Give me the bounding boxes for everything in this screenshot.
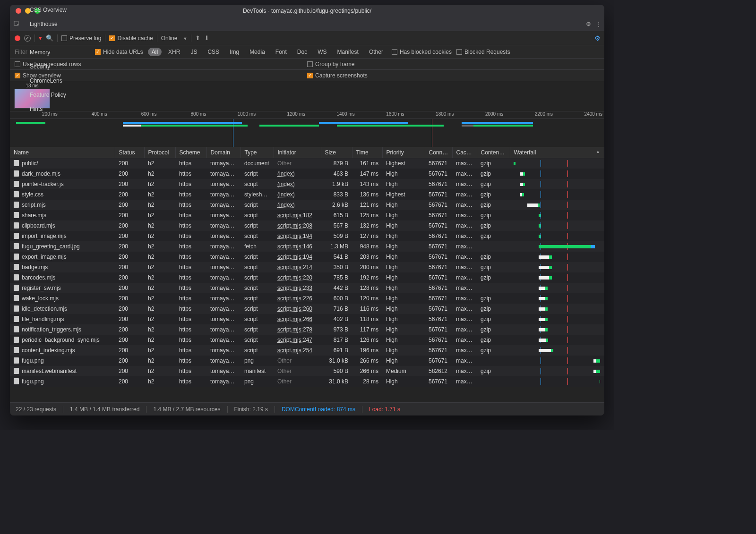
column-header[interactable]: Initiator <box>274 147 321 158</box>
group-by-frame-checkbox[interactable]: Group by frame <box>307 61 354 68</box>
waterfall-cell <box>510 293 604 304</box>
initiator-link[interactable]: (index) <box>277 181 295 187</box>
column-header[interactable]: Name <box>10 147 115 158</box>
tab-security[interactable]: Security <box>24 59 72 74</box>
table-row[interactable]: periodic_background_sync.mjs200h2httpsto… <box>10 335 604 345</box>
tab-css-overview[interactable]: CSS Overview <box>24 5 72 17</box>
initiator-link[interactable]: script.mjs:226 <box>277 295 312 302</box>
status-bar: 22 / 23 requests 1.4 MB / 1.4 MB transfe… <box>10 402 604 415</box>
column-header[interactable]: Waterfall▲ <box>510 147 604 158</box>
more-icon[interactable]: ⋮ <box>596 21 601 27</box>
table-row[interactable]: badge.mjs200h2httpstomayac…scriptscript.… <box>10 262 604 272</box>
table-row[interactable]: fugu.png200h2httpstomayac…pngOther31.0 k… <box>10 356 604 366</box>
table-row[interactable]: dark_mode.mjs200h2httpstomayac…script(in… <box>10 169 604 179</box>
table-row[interactable]: wake_lock.mjs200h2httpstomayac…scriptscr… <box>10 293 604 304</box>
filter-pill-other[interactable]: Other <box>365 48 387 56</box>
timeline-ruler[interactable]: 200 ms400 ms600 ms800 ms1000 ms1200 ms14… <box>10 111 604 119</box>
column-header[interactable]: Priority <box>382 147 425 158</box>
column-header[interactable]: Time <box>352 147 382 158</box>
initiator-link[interactable]: script.mjs:214 <box>277 264 312 271</box>
chevron-down-icon[interactable] <box>181 35 187 42</box>
preserve-log-checkbox[interactable]: Preserve log <box>61 35 101 42</box>
column-header[interactable]: Conne… <box>425 147 452 158</box>
upload-icon[interactable]: ⬆ <box>195 34 200 42</box>
column-header[interactable]: Type <box>241 147 274 158</box>
cell: h2 <box>144 366 175 376</box>
initiator-link[interactable]: script.mjs:220 <box>277 274 312 281</box>
table-row[interactable]: public/200h2httpstomayac…documentOther87… <box>10 158 604 169</box>
tab-feature-policy[interactable]: Feature Policy <box>24 88 72 102</box>
table-row[interactable]: barcodes.mjs200h2httpstomayac…scriptscri… <box>10 272 604 283</box>
table-row[interactable]: fugu.png200h2httpstomayac…pngOther31.0 k… <box>10 376 604 387</box>
cell: 402 B <box>321 314 352 324</box>
column-header[interactable]: Domain <box>206 147 241 158</box>
filter-pill-css[interactable]: CSS <box>204 48 223 56</box>
table-row[interactable]: pointer-tracker.js200h2httpstomayac…scri… <box>10 179 604 189</box>
search-icon[interactable]: 🔍 <box>46 34 53 42</box>
filter-pill-xhr[interactable]: XHR <box>164 48 184 56</box>
table-row[interactable]: export_image.mjs200h2httpstomayac…script… <box>10 252 604 262</box>
ruler-tick: 1800 ms <box>406 111 456 119</box>
record-icon[interactable] <box>15 35 20 41</box>
table-row[interactable]: fugu_greeting_card.jpg200h2httpstomayac…… <box>10 241 604 252</box>
tab-lighthouse[interactable]: Lighthouse <box>24 17 72 31</box>
table-row[interactable]: manifest.webmanifest200h2httpstomayac…ma… <box>10 366 604 376</box>
settings-icon[interactable]: ⚙ <box>586 21 591 27</box>
table-row[interactable]: import_image.mjs200h2httpstomayac…script… <box>10 231 604 241</box>
network-settings-icon[interactable]: ⚙ <box>594 34 601 42</box>
overview-pane[interactable] <box>10 119 604 147</box>
initiator-link[interactable]: script.mjs:266 <box>277 316 312 322</box>
disable-cache-checkbox[interactable]: Disable cache <box>109 35 153 42</box>
clear-icon[interactable] <box>24 35 31 42</box>
initiator-link[interactable]: (index) <box>277 202 295 208</box>
initiator-link[interactable]: script.mjs:194 <box>277 233 312 239</box>
table-row[interactable]: notification_triggers.mjs200h2httpstomay… <box>10 324 604 335</box>
column-header[interactable]: Size <box>321 147 352 158</box>
tab-hints[interactable]: Hints <box>24 102 72 116</box>
filter-pill-all[interactable]: All <box>148 48 162 56</box>
initiator-link[interactable]: script.mjs:247 <box>277 337 312 343</box>
table-row[interactable]: style.css200h2httpstomayac…stylesheet(in… <box>10 189 604 200</box>
tab-memory[interactable]: Memory <box>24 45 72 59</box>
filter-pill-js[interactable]: JS <box>187 48 201 56</box>
column-header[interactable]: Cach… <box>452 147 477 158</box>
initiator-link[interactable]: script.mjs:260 <box>277 305 312 312</box>
filter-pill-font[interactable]: Font <box>272 48 291 56</box>
initiator-link[interactable]: script.mjs:233 <box>277 285 312 291</box>
initiator-link[interactable]: script.mjs:146 <box>277 243 312 250</box>
column-header[interactable]: Protocol <box>144 147 175 158</box>
filter-pill-media[interactable]: Media <box>246 48 269 56</box>
throttle-select[interactable]: Online <box>161 35 178 42</box>
has-blocked-cookies-checkbox[interactable]: Has blocked cookies <box>392 49 452 55</box>
column-header[interactable]: Content-… <box>477 147 510 158</box>
filter-pill-ws[interactable]: WS <box>314 48 330 56</box>
initiator-link[interactable]: script.mjs:278 <box>277 326 312 333</box>
table-row[interactable]: content_indexing.mjs200h2httpstomayac…sc… <box>10 345 604 356</box>
initiator-link[interactable]: script.mjs:194 <box>277 254 312 260</box>
column-header[interactable]: Status <box>115 147 144 158</box>
download-icon[interactable]: ⬇ <box>204 34 209 42</box>
initiator-link[interactable]: script.mjs:254 <box>277 347 312 354</box>
tab-chromelens[interactable]: ChromeLens <box>24 74 72 88</box>
cell: script <box>241 169 274 179</box>
blocked-requests-checkbox[interactable]: Blocked Requests <box>456 49 510 55</box>
table-row[interactable]: script.mjs200h2httpstomayac…script(index… <box>10 200 604 210</box>
initiator-link[interactable]: (index) <box>277 191 295 198</box>
filter-pill-doc[interactable]: Doc <box>293 48 311 56</box>
filter-pill-manifest[interactable]: Manifest <box>334 48 362 56</box>
capture-screenshots-checkbox[interactable]: Capture screenshots <box>307 72 368 79</box>
initiator-link[interactable]: script.mjs:182 <box>277 212 312 219</box>
table-row[interactable]: idle_detection.mjs200h2httpstomayac…scri… <box>10 304 604 314</box>
filter-pill-img[interactable]: Img <box>226 48 243 56</box>
initiator-link[interactable]: (index) <box>277 170 295 177</box>
initiator-link[interactable]: script.mjs:208 <box>277 222 312 229</box>
table-row[interactable]: clipboard.mjs200h2httpstomayac…scriptscr… <box>10 220 604 231</box>
table-row[interactable]: share.mjs200h2httpstomayac…scriptscript.… <box>10 210 604 220</box>
filter-icon[interactable]: ▾ <box>39 34 42 42</box>
table-row[interactable]: register_sw.mjs200h2httpstomayac…scripts… <box>10 283 604 293</box>
column-header[interactable]: Scheme <box>175 147 206 158</box>
cell: High <box>382 272 425 283</box>
hide-data-urls-checkbox[interactable]: Hide data URLs <box>95 49 143 55</box>
table-row[interactable]: file_handling.mjs200h2httpstomayac…scrip… <box>10 314 604 324</box>
inspect-element-icon[interactable] <box>10 21 24 27</box>
